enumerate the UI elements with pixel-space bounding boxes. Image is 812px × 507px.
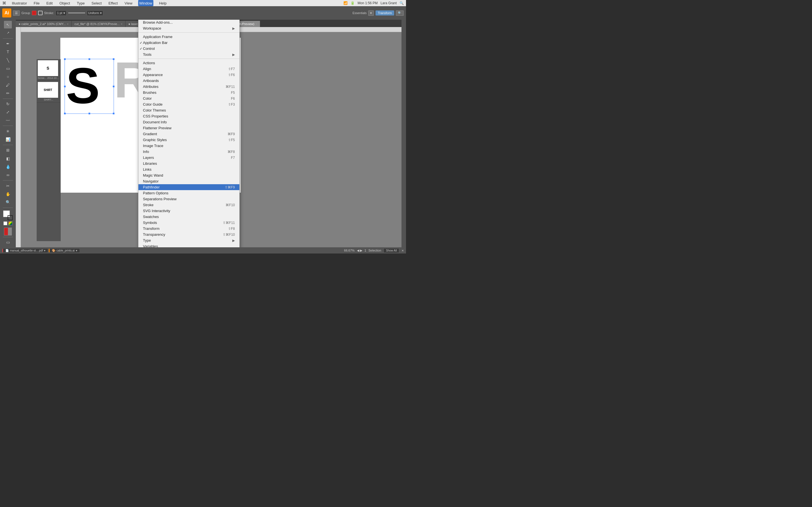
- zoom-tool-btn[interactable]: 🔍: [4, 198, 12, 206]
- menu-item-artboards[interactable]: Artboards: [139, 78, 239, 83]
- column-graph-btn[interactable]: 📊: [4, 136, 12, 144]
- doc-tab-2[interactable]: cut_file* @ 81% (CMYK/Previe... ×: [71, 21, 125, 27]
- pencil-tool-btn[interactable]: ✏: [4, 89, 12, 97]
- search-icon[interactable]: 🔍: [400, 1, 404, 5]
- handle-tl[interactable]: [64, 58, 66, 60]
- menu-item-transparency[interactable]: Transparency⇧⌘F10: [139, 231, 239, 237]
- menu-type[interactable]: Type: [75, 1, 86, 6]
- search-btn[interactable]: 🔍: [396, 10, 404, 16]
- menu-item-magic-wand[interactable]: Magic Wand: [139, 172, 239, 178]
- menu-item-navigator[interactable]: Navigator: [139, 178, 239, 184]
- blend-tool-btn[interactable]: ∞: [4, 171, 12, 179]
- menu-object[interactable]: Object: [58, 1, 71, 6]
- pen-tool-btn[interactable]: ✒: [4, 40, 12, 48]
- menu-item-graphic-styles[interactable]: Graphic Styles⇧F5: [139, 137, 239, 143]
- toolbar-icon-btn[interactable]: ☰: [13, 10, 20, 16]
- handle-ml[interactable]: [64, 86, 66, 87]
- menu-item-svg-interactivity[interactable]: SVG Interactivity: [139, 208, 239, 214]
- ai-file-close-icon[interactable]: ▾: [76, 249, 77, 252]
- doc-tab-4-close[interactable]: ×: [255, 22, 257, 25]
- menu-item-color[interactable]: ColorF6: [139, 96, 239, 101]
- menu-effect[interactable]: Effect: [107, 1, 119, 6]
- scissors-btn[interactable]: ✂: [4, 182, 12, 189]
- file-tab-ai[interactable]: 🎨 cable_prints.ai ▾: [49, 249, 79, 252]
- menu-item-pathfinder[interactable]: Pathfinder⇧⌘F9: [139, 184, 239, 190]
- menu-item-application-bar[interactable]: Application Bar: [139, 40, 239, 46]
- menu-item-libraries[interactable]: Libraries: [139, 161, 239, 166]
- menu-item-transform[interactable]: Transform⇧F8: [139, 226, 239, 231]
- menu-item-symbols[interactable]: Symbols⇧⌘F11: [139, 220, 239, 226]
- fill-color-btn[interactable]: [32, 11, 36, 15]
- menu-item-brushes[interactable]: BrushesF5: [139, 90, 239, 96]
- transform-btn[interactable]: Transform: [375, 10, 394, 15]
- menu-item-stroke[interactable]: Stroke⌘F10: [139, 202, 239, 208]
- thumb-item-2[interactable]: SHIRT SHIRT...: [37, 81, 60, 103]
- file-tab-pdf[interactable]: 📄 manual_silhouette-st....pdf ▾: [2, 249, 48, 252]
- menu-select[interactable]: Select: [91, 1, 103, 6]
- menu-item-control[interactable]: Control: [139, 46, 239, 52]
- warp-tool-btn[interactable]: 〰: [4, 117, 12, 124]
- type-tool-btn[interactable]: T: [4, 48, 12, 56]
- none-color-btn[interactable]: [3, 221, 7, 225]
- uniform-dropdown[interactable]: Uniform ▾: [87, 10, 103, 16]
- mesh-tool-btn[interactable]: ⊞: [4, 147, 12, 154]
- menu-window[interactable]: Window: [138, 0, 153, 6]
- menu-item-gradient[interactable]: Gradient⌘F9: [139, 131, 239, 137]
- menu-item-type[interactable]: Type▶: [139, 237, 239, 243]
- ellipse-tool-btn[interactable]: ○: [4, 73, 12, 80]
- menu-item-actions[interactable]: Actions: [139, 60, 239, 66]
- menu-item-attributes[interactable]: Attributes⌘F11: [139, 83, 239, 90]
- doc-tab-1[interactable]: ● cable_prints_2.ai* 100% (CMY... ×: [16, 21, 71, 27]
- doc-tab-2-close[interactable]: ×: [121, 22, 122, 25]
- stroke-swatch[interactable]: [8, 215, 13, 220]
- apple-icon[interactable]: ⌘: [2, 1, 6, 5]
- menu-item-layers[interactable]: LayersF7: [139, 155, 239, 161]
- menu-item-pattern-options[interactable]: Pattern Options: [139, 190, 239, 196]
- rect-tool-btn[interactable]: ▭: [4, 64, 12, 72]
- menu-item-align[interactable]: Align⇧F7: [139, 66, 239, 72]
- menu-item-image-trace[interactable]: Image Trace: [139, 143, 239, 149]
- gradient-color-btn[interactable]: [8, 221, 12, 225]
- direct-selection-tool-btn[interactable]: ↗: [4, 29, 12, 37]
- menu-edit[interactable]: Edit: [45, 1, 54, 6]
- pdf-close-icon[interactable]: ▾: [44, 249, 45, 252]
- handle-br[interactable]: [113, 113, 114, 114]
- line-tool-btn[interactable]: ╲: [4, 56, 12, 64]
- menu-help[interactable]: Help: [158, 1, 168, 6]
- doc-tab-1-close[interactable]: ×: [67, 22, 68, 25]
- selection-tool-btn[interactable]: ↖: [4, 21, 12, 29]
- gradient-tool-btn[interactable]: ◧: [4, 155, 12, 162]
- essentials-chevron-icon[interactable]: ▾: [368, 10, 374, 16]
- symbol-sprayer-btn[interactable]: ✳: [4, 127, 12, 135]
- menu-item-color-guide[interactable]: Color Guide⇧F3: [139, 101, 239, 107]
- color-swatch-area[interactable]: [3, 210, 13, 220]
- close-status-icon[interactable]: ×: [402, 248, 404, 252]
- stroke-fill-indicator[interactable]: [4, 228, 12, 235]
- menu-item-document-info[interactable]: Document Info: [139, 119, 239, 125]
- menu-item-workspace[interactable]: Workspace▶: [139, 25, 239, 31]
- menu-view[interactable]: View: [123, 1, 134, 6]
- menu-item-info[interactable]: Info⌘F8: [139, 149, 239, 155]
- menu-item-color-themes[interactable]: Color Themes: [139, 107, 239, 113]
- menu-item-flattener-preview[interactable]: Flattener Preview: [139, 125, 239, 131]
- rotate-tool-btn[interactable]: ↻: [4, 100, 12, 108]
- menu-file[interactable]: File: [33, 1, 41, 6]
- menu-item-css-properties[interactable]: CSS Properties: [139, 113, 239, 119]
- menu-item-application-frame[interactable]: Application Frame: [139, 34, 239, 40]
- menu-illustrator[interactable]: Illustrator: [11, 1, 28, 6]
- stroke-indicator-btn[interactable]: [38, 11, 43, 15]
- menu-item-links[interactable]: Links: [139, 166, 239, 172]
- menu-item-separations-preview[interactable]: Separations Preview: [139, 196, 239, 202]
- thumb-item-1[interactable]: S Scree... 2014-10-...: [37, 59, 60, 81]
- menu-item-browse-addons[interactable]: Browse Add-ons...: [139, 19, 239, 25]
- brush-tool-btn[interactable]: 🖊: [4, 81, 12, 89]
- stroke-width-dropdown[interactable]: 1 pt ▾: [56, 10, 66, 16]
- hand-tool-btn[interactable]: ✋: [4, 190, 12, 198]
- menu-item-tools[interactable]: Tools▶: [139, 52, 239, 57]
- eyedropper-btn[interactable]: 💧: [4, 163, 12, 170]
- screen-mode-btn[interactable]: ▭: [4, 238, 12, 246]
- scale-tool-btn[interactable]: ⤢: [4, 108, 12, 116]
- handle-bl[interactable]: [64, 113, 66, 114]
- menu-item-swatches[interactable]: Swatches: [139, 214, 239, 220]
- menu-item-appearance[interactable]: Appearance⇧F6: [139, 72, 239, 78]
